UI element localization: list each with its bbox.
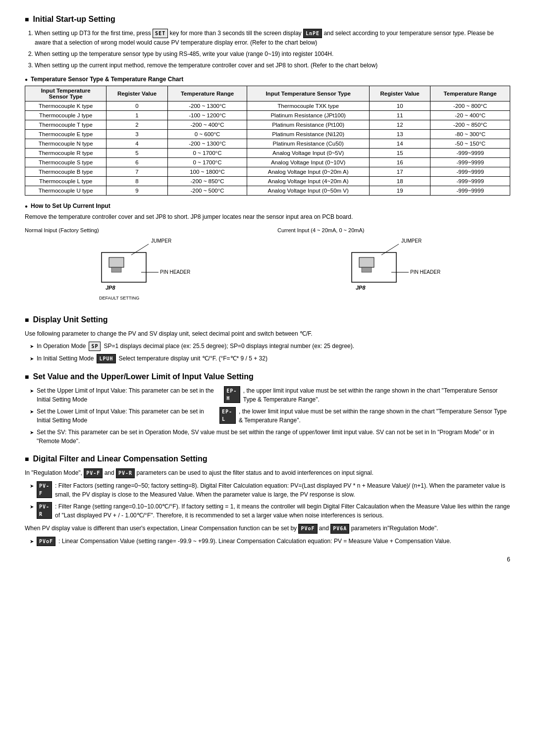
- col-input-temp-type-2: Input Temperature Sensor Type: [247, 86, 370, 101]
- table-cell: Thermocouple TXK type: [247, 101, 370, 111]
- table-cell: 10: [369, 101, 430, 111]
- pv-r-display: PV-R: [37, 502, 52, 519]
- set-value-item-2: Set the Lower Limit of Input Value: This…: [30, 407, 510, 425]
- pv-6a-display: PV6A: [330, 524, 349, 534]
- table-cell: -999~9999: [430, 149, 510, 158]
- svg-rect-13: [362, 267, 372, 272]
- linear-comp-items: PVoF: Linear Compensation Value (setting…: [30, 537, 510, 546]
- table-row: Thermocouple S type60 ~ 1700°CAnalog Vol…: [25, 158, 510, 167]
- table-cell: 12: [369, 120, 430, 130]
- table-cell: -80 ~ 300°C: [430, 130, 510, 139]
- pv-r-display-intro: PV-R: [116, 468, 135, 478]
- pv-of-display: PVoF: [298, 524, 317, 534]
- digital-filter-title: Digital Filter and Linear Compensation S…: [25, 454, 510, 463]
- table-cell: -200 ~ 800°C: [430, 101, 510, 111]
- table-cell: 8: [107, 177, 167, 186]
- table-cell: Platinum Resistance (JPt100): [247, 111, 370, 120]
- digital-filter-items: PV-F: Filter Factors (setting range=0~50…: [30, 481, 510, 520]
- table-cell: 15: [369, 149, 430, 158]
- table-cell: Thermocouple U type: [25, 186, 107, 196]
- digital-filter-intro: In "Regulation Mode", PV-F and PV-R para…: [25, 468, 510, 478]
- display-unit-section: Display Unit Setting Use following param…: [25, 315, 510, 363]
- table-cell: Thermocouple J type: [25, 111, 107, 120]
- svg-text:JUMPER: JUMPER: [401, 238, 422, 244]
- table-cell: -999~9999: [430, 177, 510, 186]
- table-cell: Thermocouple E type: [25, 130, 107, 139]
- table-row: Thermocouple K type0-200 ~ 1300°CThermoc…: [25, 101, 510, 111]
- temp-sensor-chart-title: Temperature Sensor Type & Temperature Ra…: [25, 76, 510, 83]
- table-cell: -200 ~ 850°C: [430, 120, 510, 130]
- temp-sensor-chart-section: Temperature Sensor Type & Temperature Ra…: [25, 76, 510, 196]
- table-cell: -100 ~ 1200°C: [167, 111, 247, 120]
- table-cell: 0 ~ 1700°C: [167, 149, 247, 158]
- table-row: Thermocouple J type1-100 ~ 1200°CPlatinu…: [25, 111, 510, 120]
- table-cell: 16: [369, 158, 430, 167]
- col-input-temp-type-1: Input TemperatureSensor Type: [25, 86, 107, 101]
- table-cell: 5: [107, 149, 167, 158]
- normal-input-label: Normal Iniput (Factory Setting): [25, 227, 258, 233]
- table-cell: Platinum Resistance (Ni120): [247, 130, 370, 139]
- table-cell: 3: [107, 130, 167, 139]
- table-cell: 7: [107, 167, 167, 177]
- ep-h-display: EP-H: [224, 386, 240, 403]
- table-cell: -200 ~ 500°C: [167, 186, 247, 196]
- startup-step-2: When setting up the temperature sensor t…: [35, 50, 510, 58]
- lp-uh-display: LPUH: [97, 354, 115, 363]
- table-cell: Analog Voltage Input (0~10V): [247, 158, 370, 167]
- linear-comp-item-1: PVoF: Linear Compensation Value (setting…: [30, 537, 510, 546]
- circuit-diagrams: Normal Iniput (Factory Setting) JUMPER J…: [25, 227, 510, 306]
- svg-text:PIN HEADER: PIN HEADER: [410, 269, 440, 275]
- svg-text:JP8: JP8: [106, 285, 115, 291]
- table-cell: 17: [369, 167, 430, 177]
- linear-comp-desc: When PV display value is different than …: [25, 524, 510, 534]
- table-cell: 9: [107, 186, 167, 196]
- set-value-section: Set Value and the Upper/Lower Limit of I…: [25, 372, 510, 446]
- current-input-section: How to Set Up Current Input Remove the t…: [25, 202, 510, 306]
- table-cell: -20 ~ 400°C: [430, 111, 510, 120]
- table-cell: -200 ~ 400°C: [167, 120, 247, 130]
- svg-text:DEFAULT SETTING: DEFAULT SETTING: [99, 296, 139, 301]
- display-unit-items: In Operation Mode SP SP=1 displays decim…: [30, 342, 510, 363]
- digital-filter-item-1: PV-F: Filter Factors (setting range=0~50…: [30, 481, 510, 499]
- col-temp-range-2: Temperature Range: [430, 86, 510, 101]
- table-cell: 0 ~ 600°C: [167, 130, 247, 139]
- svg-text:JP8: JP8: [356, 285, 366, 291]
- sp-display: SP: [89, 342, 101, 351]
- current-input-diagram-label: Current Input (4 ~ 20mA, 0 ~ 20mA): [277, 227, 510, 233]
- table-cell: Thermocouple K type: [25, 101, 107, 111]
- col-register-val-1: Register Value: [107, 86, 167, 101]
- display-unit-desc: Use following parameter to change the PV…: [25, 329, 510, 339]
- display-unit-item-2: In Initial Setting Mode LPUH Select temp…: [30, 354, 510, 363]
- table-row: Thermocouple T type2-200 ~ 400°CPlatinum…: [25, 120, 510, 130]
- normal-input-diagram: Normal Iniput (Factory Setting) JUMPER J…: [25, 227, 258, 306]
- set-value-items: Set the Upper Limit of Input Value: This…: [30, 386, 510, 446]
- table-cell: Analog Voltage Input (0~50m V): [247, 186, 370, 196]
- table-cell: Platinum Resistance (Cu50): [247, 139, 370, 149]
- table-cell: 14: [369, 139, 430, 149]
- digital-filter-item-2: PV-R: Filter Range (setting range=0.10~1…: [30, 502, 510, 520]
- temp-sensor-table: Input TemperatureSensor Type Register Va…: [25, 86, 510, 196]
- table-row: Thermocouple N type4-200 ~ 1300°CPlatinu…: [25, 139, 510, 149]
- table-cell: Thermocouple L type: [25, 177, 107, 186]
- svg-rect-4: [111, 267, 121, 272]
- table-row: Thermocouple R type50 ~ 1700°CAnalog Vol…: [25, 149, 510, 158]
- pv-f-display: PV-F: [37, 481, 52, 498]
- svg-rect-12: [359, 257, 374, 267]
- table-cell: 1: [107, 111, 167, 120]
- table-row: Thermocouple E type30 ~ 600°CPlatinum Re…: [25, 130, 510, 139]
- table-cell: Analog Voltage Input (0~5V): [247, 149, 370, 158]
- page-number: 6: [25, 556, 510, 563]
- table-cell: -999~9999: [430, 158, 510, 167]
- table-cell: Thermocouple N type: [25, 139, 107, 149]
- table-cell: 19: [369, 186, 430, 196]
- table-cell: Analog Voltage Input (0~20m A): [247, 167, 370, 177]
- table-row: Thermocouple U type9-200 ~ 500°CAnalog V…: [25, 186, 510, 196]
- digital-filter-section: Digital Filter and Linear Compensation S…: [25, 454, 510, 546]
- current-input-desc: Remove the temperature controller cover …: [25, 212, 510, 222]
- current-input-title: How to Set Up Current Input: [25, 202, 510, 209]
- table-cell: 11: [369, 111, 430, 120]
- current-circuit-svg: JUMPER JP8 PIN HEADER: [277, 235, 510, 304]
- table-cell: 13: [369, 130, 430, 139]
- table-cell: -999~9999: [430, 167, 510, 177]
- table-cell: Thermocouple T type: [25, 120, 107, 130]
